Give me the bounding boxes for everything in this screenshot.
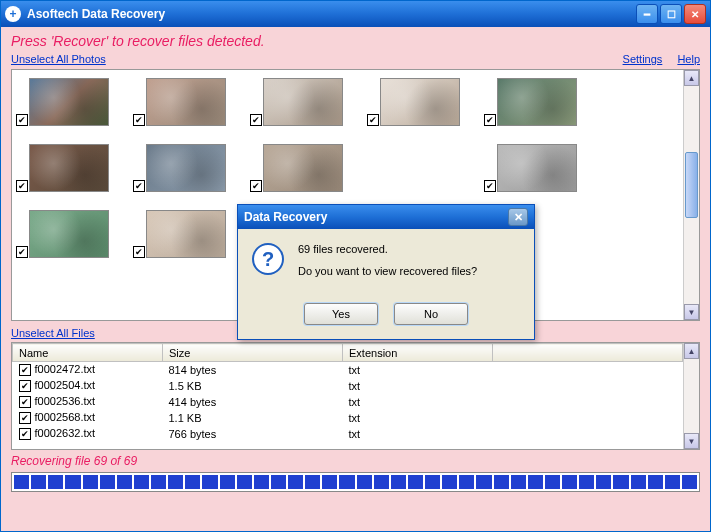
col-size[interactable]: Size: [163, 344, 343, 362]
photo-item[interactable]: ✔: [250, 144, 343, 192]
help-link[interactable]: Help: [677, 53, 700, 65]
table-row[interactable]: ✔f0002536.txt414 bytestxt: [13, 394, 683, 410]
col-name[interactable]: Name: [13, 344, 163, 362]
photo-checkbox[interactable]: ✔: [133, 246, 145, 258]
photo-checkbox[interactable]: ✔: [484, 180, 496, 192]
photo-thumbnail[interactable]: [263, 78, 343, 126]
photo-thumbnail[interactable]: [263, 144, 343, 192]
maximize-button[interactable]: ☐: [660, 4, 682, 24]
scroll-thumb[interactable]: [685, 152, 698, 218]
file-checkbox[interactable]: ✔: [19, 380, 31, 392]
dialog-message-2: Do you want to view recovered files?: [298, 265, 477, 277]
photo-checkbox[interactable]: ✔: [250, 114, 262, 126]
file-checkbox[interactable]: ✔: [19, 396, 31, 408]
col-blank[interactable]: [493, 344, 683, 362]
photo-checkbox[interactable]: ✔: [133, 114, 145, 126]
photo-thumbnail[interactable]: [497, 78, 577, 126]
photo-item[interactable]: ✔: [250, 78, 343, 126]
photo-item[interactable]: ✔: [133, 210, 226, 258]
app-window: + Asoftech Data Recovery ━ ☐ ✕ Press 'Re…: [0, 0, 711, 532]
files-scrollbar[interactable]: ▲ ▼: [683, 343, 699, 449]
scroll-up-button[interactable]: ▲: [684, 70, 699, 86]
app-title: Asoftech Data Recovery: [27, 7, 636, 21]
scroll-up-button[interactable]: ▲: [684, 343, 699, 359]
photo-checkbox[interactable]: ✔: [133, 180, 145, 192]
dialog-message-1: 69 files recovered.: [298, 243, 477, 255]
scroll-down-button[interactable]: ▼: [684, 304, 699, 320]
dialog-close-button[interactable]: ✕: [508, 208, 528, 226]
photo-item[interactable]: ✔: [367, 78, 460, 126]
photo-thumbnail[interactable]: [146, 210, 226, 258]
file-checkbox[interactable]: ✔: [19, 364, 31, 376]
close-button[interactable]: ✕: [684, 4, 706, 24]
photo-thumbnail[interactable]: [29, 144, 109, 192]
progress-bar: [11, 472, 700, 492]
recovery-dialog: Data Recovery ✕ ? 69 files recovered. Do…: [237, 204, 535, 340]
photo-item[interactable]: ✔: [16, 78, 109, 126]
scroll-down-button[interactable]: ▼: [684, 433, 699, 449]
photo-checkbox[interactable]: ✔: [367, 114, 379, 126]
photo-checkbox[interactable]: ✔: [250, 180, 262, 192]
question-icon: ?: [252, 243, 284, 275]
photo-item[interactable]: ✔: [16, 144, 109, 192]
photo-thumbnail[interactable]: [146, 78, 226, 126]
photo-item[interactable]: ✔: [16, 210, 109, 258]
settings-link[interactable]: Settings: [623, 53, 663, 65]
table-row[interactable]: ✔f0002504.txt1.5 KBtxt: [13, 378, 683, 394]
table-row[interactable]: ✔f0002568.txt1.1 KBtxt: [13, 410, 683, 426]
unselect-all-files-link[interactable]: Unselect All Files: [11, 327, 95, 339]
app-icon: +: [5, 6, 21, 22]
photo-checkbox[interactable]: ✔: [16, 180, 28, 192]
photo-thumbnail[interactable]: [380, 78, 460, 126]
file-checkbox[interactable]: ✔: [19, 428, 31, 440]
hint-text: Press 'Recover' to recover files detecte…: [11, 33, 700, 49]
files-panel: Name Size Extension ✔f0002472.txt814 byt…: [11, 342, 700, 450]
status-text: Recovering file 69 of 69: [11, 454, 700, 468]
photo-thumbnail[interactable]: [497, 144, 577, 192]
photo-checkbox[interactable]: ✔: [16, 246, 28, 258]
photos-scrollbar[interactable]: ▲ ▼: [683, 70, 699, 320]
file-checkbox[interactable]: ✔: [19, 412, 31, 424]
table-row[interactable]: ✔f0002472.txt814 bytestxt: [13, 362, 683, 378]
photo-item[interactable]: ✔: [484, 78, 577, 126]
yes-button[interactable]: Yes: [304, 303, 378, 325]
dialog-titlebar: Data Recovery ✕: [238, 205, 534, 229]
photo-thumbnail[interactable]: [29, 78, 109, 126]
photo-item[interactable]: ✔: [133, 144, 226, 192]
photo-thumbnail[interactable]: [29, 210, 109, 258]
files-table: Name Size Extension ✔f0002472.txt814 byt…: [12, 343, 683, 442]
minimize-button[interactable]: ━: [636, 4, 658, 24]
photo-checkbox[interactable]: ✔: [484, 114, 496, 126]
unselect-all-photos-link[interactable]: Unselect All Photos: [11, 53, 106, 65]
no-button[interactable]: No: [394, 303, 468, 325]
photo-checkbox[interactable]: ✔: [16, 114, 28, 126]
photo-item[interactable]: ✔: [133, 78, 226, 126]
col-ext[interactable]: Extension: [343, 344, 493, 362]
table-row[interactable]: ✔f0002632.txt766 bytestxt: [13, 426, 683, 442]
titlebar: + Asoftech Data Recovery ━ ☐ ✕: [1, 1, 710, 27]
photo-item[interactable]: ✔: [484, 144, 577, 192]
photo-thumbnail[interactable]: [146, 144, 226, 192]
dialog-title: Data Recovery: [244, 210, 508, 224]
